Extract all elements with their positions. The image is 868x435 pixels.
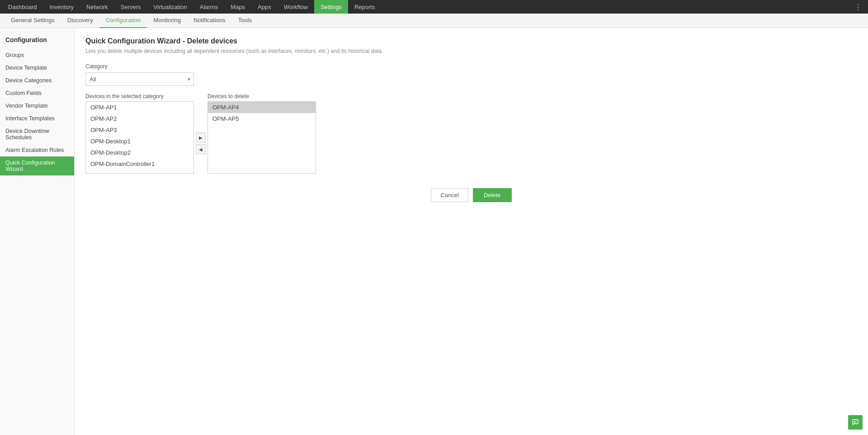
nav-item-workflow[interactable]: Workflow <box>278 0 314 14</box>
sub-navigation: General Settings Discovery Configuration… <box>0 14 868 28</box>
top-navigation: Dashboard Inventory Network Servers Virt… <box>0 0 868 14</box>
nav-item-apps[interactable]: Apps <box>251 0 278 14</box>
left-list-label: Devices in the selected category <box>85 93 194 99</box>
right-list-panel: Devices to delete OPM-AP4 OPM-AP5 <box>208 93 316 174</box>
nav-item-settings[interactable]: Settings <box>314 0 348 14</box>
main-content: Quick Configuration Wizard - Delete devi… <box>75 28 868 435</box>
page-title: Quick Configuration Wizard - Delete devi… <box>85 37 857 45</box>
list-item[interactable]: OPM-AP2 <box>86 113 193 124</box>
subnav-monitoring[interactable]: Monitoring <box>147 14 187 28</box>
sidebar-item-device-template[interactable]: Device Template <box>0 61 74 74</box>
cancel-button[interactable]: Cancel <box>431 188 468 202</box>
nav-item-inventory[interactable]: Inventory <box>43 0 80 14</box>
list-item[interactable]: OPM-Desktop1 <box>86 136 193 147</box>
right-list-box[interactable]: OPM-AP4 OPM-AP5 <box>208 101 316 174</box>
sidebar: Configuration Groups Device Template Dev… <box>0 28 75 435</box>
list-item[interactable]: OPM-AP3 <box>86 124 193 136</box>
category-select[interactable]: All <box>85 72 194 86</box>
sidebar-title: Configuration <box>0 33 74 49</box>
sidebar-item-quick-config-wizard[interactable]: Quick Configuration Wizard <box>0 156 74 175</box>
list-item[interactable]: OPM-DomainController1 <box>86 158 193 170</box>
sidebar-item-device-downtime-schedules[interactable]: Device Downtime Schedules <box>0 125 74 144</box>
move-right-button[interactable]: ▶ <box>196 132 206 142</box>
sidebar-item-device-categories[interactable]: Device Categories <box>0 74 74 87</box>
left-list-panel: Devices in the selected category OPM-AP1… <box>85 93 194 174</box>
nav-item-dashboard[interactable]: Dashboard <box>2 0 43 14</box>
left-list-box[interactable]: OPM-AP1 OPM-AP2 OPM-AP3 OPM-Desktop1 OPM… <box>85 101 194 174</box>
top-nav-more-icon[interactable]: ⋮ <box>850 3 866 11</box>
help-icon[interactable] <box>848 415 863 430</box>
main-layout: Configuration Groups Device Template Dev… <box>0 28 868 435</box>
subnav-general-settings[interactable]: General Settings <box>5 14 61 28</box>
nav-item-servers[interactable]: Servers <box>114 0 147 14</box>
sidebar-item-interface-templates[interactable]: Interface Templates <box>0 112 74 125</box>
nav-item-alarms[interactable]: Alarms <box>193 0 224 14</box>
subnav-discovery[interactable]: Discovery <box>61 14 99 28</box>
list-item[interactable]: OPM-Desktop2 <box>86 147 193 158</box>
move-left-button[interactable]: ◀ <box>196 144 206 154</box>
nav-item-network[interactable]: Network <box>80 0 114 14</box>
sidebar-item-vendor-template[interactable]: Vendor Template <box>0 99 74 112</box>
sidebar-item-alarm-escalation-rules[interactable]: Alarm Escalation Rules <box>0 144 74 156</box>
sidebar-item-custom-fields[interactable]: Custom Fields <box>0 87 74 99</box>
subnav-configuration[interactable]: Configuration <box>99 14 147 28</box>
list-item[interactable]: OPM-AP5 <box>208 113 316 124</box>
delete-button[interactable]: Delete <box>473 188 512 202</box>
sidebar-item-groups[interactable]: Groups <box>0 49 74 61</box>
right-list-label: Devices to delete <box>208 93 316 99</box>
subnav-notifications[interactable]: Notifications <box>187 14 232 28</box>
nav-item-maps[interactable]: Maps <box>224 0 251 14</box>
page-subtitle: Lets you delete multiple devices includi… <box>85 48 857 54</box>
subnav-tools[interactable]: Tools <box>232 14 258 28</box>
action-buttons: Cancel Delete <box>85 188 857 202</box>
nav-item-virtualization[interactable]: Virtualization <box>147 0 193 14</box>
list-item[interactable]: OPM-AP1 <box>86 102 193 113</box>
category-label: Category <box>85 63 857 70</box>
nav-item-reports[interactable]: Reports <box>348 0 382 14</box>
transfer-arrows: ▶ ◀ <box>194 102 208 175</box>
list-item[interactable]: OPM-AP4 <box>208 102 316 113</box>
transfer-lists: Devices in the selected category OPM-AP1… <box>85 93 857 175</box>
